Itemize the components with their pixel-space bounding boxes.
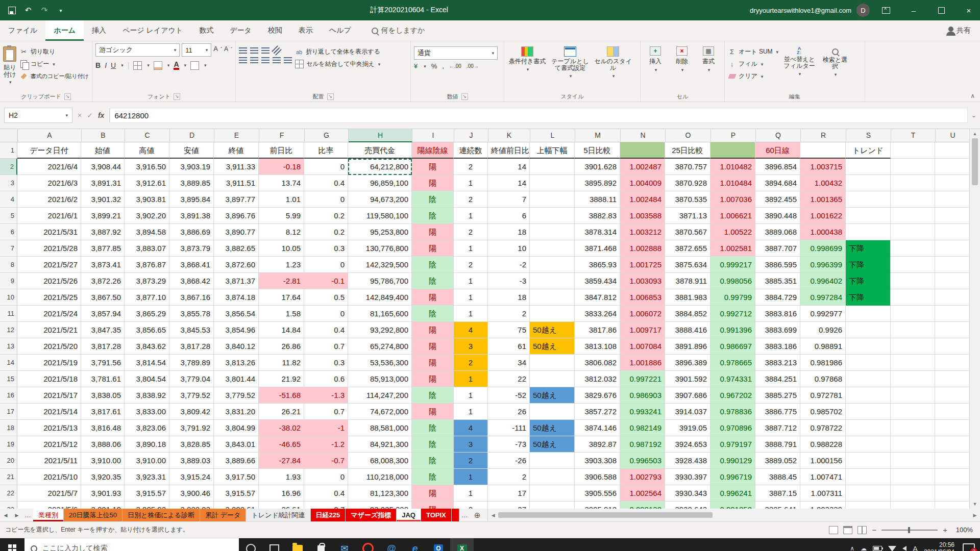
share-button[interactable]: 共有 <box>948 26 980 35</box>
cell-G19[interactable]: -1.2 <box>304 436 348 453</box>
cell-A9[interactable]: 2021/5/26 <box>17 273 81 289</box>
cell-H12[interactable]: 93,292,800 <box>348 322 412 338</box>
taskbar-clock[interactable]: 20:56 2021/06/04 <box>924 541 954 551</box>
cell-O19[interactable]: 3924.653 <box>665 436 710 453</box>
row-header-17[interactable]: 17 <box>0 404 17 420</box>
cell-B16[interactable]: 3,838.05 <box>81 387 125 404</box>
format-as-table-button[interactable]: テーブルとして書式設定▾ <box>550 43 590 92</box>
account-avatar[interactable]: D <box>856 4 870 17</box>
cell-U2[interactable] <box>935 159 969 175</box>
font-size-combo[interactable]: 11▾ <box>182 43 211 57</box>
cell-T2[interactable] <box>891 159 935 175</box>
cell-S3[interactable] <box>846 175 891 191</box>
cell-N9[interactable]: 1.003093 <box>620 273 665 289</box>
cell-B15[interactable]: 3,781.61 <box>81 371 125 387</box>
cell-U14[interactable] <box>935 355 969 371</box>
cell-P4[interactable]: 1.007036 <box>710 191 755 208</box>
row-header-3[interactable]: 3 <box>0 175 17 191</box>
cell-Q1[interactable]: 60日線 <box>755 142 800 159</box>
cell-U19[interactable] <box>935 436 969 453</box>
cell-Q18[interactable]: 3887.712 <box>755 420 800 436</box>
battery-icon[interactable] <box>873 546 882 551</box>
cell-R1[interactable] <box>800 142 846 159</box>
cell-F17[interactable]: 26.21 <box>259 404 304 420</box>
cell-F23[interactable]: 26.61 <box>259 502 304 509</box>
cell-S11[interactable] <box>846 306 891 322</box>
cell-J22[interactable]: 1 <box>454 485 488 502</box>
cell-J7[interactable]: 1 <box>454 240 488 257</box>
tab-page-layout[interactable]: ページ レイアウト <box>114 20 191 41</box>
row-header-1[interactable]: 1 <box>0 142 17 159</box>
column-header-K[interactable]: K <box>488 129 530 142</box>
cell-M4[interactable]: 3888.11 <box>575 191 620 208</box>
cell-S6[interactable] <box>846 224 891 240</box>
cell-P8[interactable]: 0.999217 <box>710 257 755 273</box>
cell-H14[interactable]: 53,536,300 <box>348 355 412 371</box>
cell-G6[interactable]: 0.2 <box>304 224 348 240</box>
cell-J13[interactable]: 3 <box>454 338 488 355</box>
file-explorer-icon[interactable] <box>286 538 309 551</box>
column-header-Q[interactable]: Q <box>756 129 801 142</box>
cell-D1[interactable]: 安値 <box>169 142 214 159</box>
cell-C22[interactable]: 3,915.57 <box>125 485 169 502</box>
row-header-11[interactable]: 11 <box>0 306 17 322</box>
cell-B7[interactable]: 3,877.85 <box>81 240 125 257</box>
cell-R2[interactable]: 1.003715 <box>800 159 846 175</box>
row-header-20[interactable]: 20 <box>0 453 17 469</box>
cell-U20[interactable] <box>935 453 969 469</box>
cell-I16[interactable]: 陰 <box>412 387 454 404</box>
cell-P15[interactable]: 0.974331 <box>710 371 755 387</box>
cell-B10[interactable]: 3,867.50 <box>81 289 125 306</box>
cell-S21[interactable] <box>846 469 891 485</box>
cell-E20[interactable]: 3,889.66 <box>214 453 259 469</box>
cell-Q17[interactable]: 3886.775 <box>755 404 800 420</box>
cell-Q21[interactable]: 3888.45 <box>755 469 800 485</box>
cancel-icon[interactable]: × <box>78 111 82 119</box>
cell-M18[interactable]: 3874.146 <box>575 420 620 436</box>
cell-U23[interactable] <box>935 502 969 509</box>
row-header-6[interactable]: 6 <box>0 224 17 240</box>
cell-P12[interactable]: 0.991396 <box>710 322 755 338</box>
cell-E6[interactable]: 3,890.77 <box>214 224 259 240</box>
zoom-slider-thumb[interactable] <box>908 527 910 533</box>
cell-M6[interactable]: 3878.314 <box>575 224 620 240</box>
wrap-text-button[interactable]: ab折り返して全体を表示する <box>295 47 380 56</box>
cell-T7[interactable] <box>891 240 935 257</box>
cell-U18[interactable] <box>935 420 969 436</box>
cell-U8[interactable] <box>935 257 969 273</box>
cell-M21[interactable]: 3906.588 <box>575 469 620 485</box>
cell-C10[interactable]: 3,877.10 <box>125 289 169 306</box>
cell-D21[interactable]: 3,915.24 <box>169 469 214 485</box>
cell-T8[interactable] <box>891 257 935 273</box>
cell-M23[interactable]: 3905.918 <box>575 502 620 509</box>
cell-O12[interactable]: 3888.416 <box>665 322 710 338</box>
cell-M12[interactable]: 3817.86 <box>575 322 620 338</box>
page-break-view-button[interactable] <box>857 526 867 534</box>
cell-H11[interactable]: 81,165,600 <box>348 306 412 322</box>
edge-icon[interactable]: e <box>403 538 427 551</box>
cell-S23[interactable] <box>846 502 891 509</box>
cell-K7[interactable]: 10 <box>488 240 530 257</box>
cell-E9[interactable]: 3,871.37 <box>214 273 259 289</box>
new-sheet-button[interactable]: ⊕ <box>470 509 485 521</box>
cell-E5[interactable]: 3,896.76 <box>214 208 259 224</box>
cell-C7[interactable]: 3,883.07 <box>125 240 169 257</box>
cell-A20[interactable]: 2021/5/11 <box>17 453 81 469</box>
zoom-in-button[interactable]: + <box>943 525 947 534</box>
outlook-icon[interactable]: O <box>427 538 450 551</box>
cell-K11[interactable]: 2 <box>488 306 530 322</box>
cell-J14[interactable]: 2 <box>454 355 488 371</box>
cell-E21[interactable]: 3,917.50 <box>214 469 259 485</box>
cell-K12[interactable]: 75 <box>488 322 530 338</box>
cell-Q2[interactable]: 3896.854 <box>755 159 800 175</box>
row-header-14[interactable]: 14 <box>0 355 17 371</box>
cell-G14[interactable]: 0.3 <box>304 355 348 371</box>
cell-E2[interactable]: 3,911.33 <box>214 159 259 175</box>
cell-P18[interactable]: 0.970896 <box>710 420 755 436</box>
cell-G8[interactable]: 0 <box>304 257 348 273</box>
cell-O4[interactable]: 3870.535 <box>665 191 710 208</box>
cell-J5[interactable]: 1 <box>454 208 488 224</box>
cell-H9[interactable]: 95,786,700 <box>348 273 412 289</box>
cell-R3[interactable]: 1.00432 <box>800 175 846 191</box>
scroll-left-arrow[interactable]: ◀ <box>488 513 498 518</box>
